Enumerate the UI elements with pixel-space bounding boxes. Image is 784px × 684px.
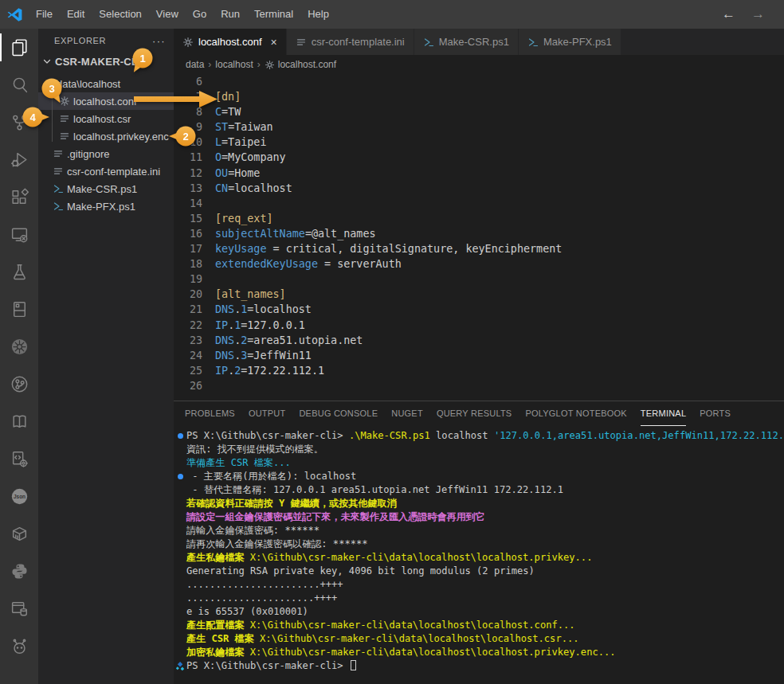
terminal-line: 資訊: 找不到提供模式的檔案。 xyxy=(174,443,784,456)
code-line: 15[req_ext] xyxy=(174,211,784,226)
menu-terminal[interactable]: Terminal xyxy=(247,0,300,29)
terminal-gutter xyxy=(174,497,186,510)
activity-item-extensions[interactable] xyxy=(0,178,38,216)
line-number: 18 xyxy=(174,256,202,272)
activity-item-docker[interactable] xyxy=(0,515,38,553)
line-number: 11 xyxy=(174,150,202,165)
activity-item-explorer[interactable] xyxy=(0,29,38,66)
tab-label: localhost.conf xyxy=(198,36,262,48)
activity-item-database[interactable] xyxy=(0,590,38,627)
menu-view[interactable]: View xyxy=(149,0,186,29)
line-text: ST=Taiwan xyxy=(202,119,273,135)
tree-item-localhost-csr[interactable]: localhost.csr xyxy=(38,110,174,127)
menu-file[interactable]: File xyxy=(29,0,60,29)
line-number: 8 xyxy=(174,104,202,119)
tree-root-folder[interactable]: CSR-MAKER-CLI xyxy=(38,53,174,70)
search-icon xyxy=(10,75,29,95)
terminal-line-text: .......................++++ xyxy=(186,578,343,592)
activity-item-docs[interactable] xyxy=(0,403,38,440)
activity-item-remote-explorer[interactable] xyxy=(0,216,38,253)
terminal-line: Generating RSA private key, 4096 bit lon… xyxy=(174,565,784,578)
tree-item-label: .gitignore xyxy=(65,148,109,160)
explorer-sidebar: EXPLORER ··· CSR-MAKER-CLIdata\localhost… xyxy=(38,29,174,684)
tree-item-localhost-privkey-enc[interactable]: localhost.privkey.enc xyxy=(38,127,174,145)
gear-file-icon xyxy=(59,96,70,107)
editor-code-area[interactable]: 67[dn]8C=TW9ST=Taiwan10L=Taipei11O=MyCom… xyxy=(174,74,784,401)
tree-item-label: localhost.csr xyxy=(72,113,131,125)
activity-item-thunder-client[interactable] xyxy=(0,627,38,665)
tab-make-csr-ps1[interactable]: Make-CSR.ps1 xyxy=(414,29,519,55)
terminal-line-text: - 主要名稱(用於檔名): localhost xyxy=(186,470,356,483)
activity-bar: Json xyxy=(0,29,38,684)
tree-item--gitignore[interactable]: .gitignore xyxy=(38,145,174,162)
breadcrumb-file[interactable]: localhost.conf xyxy=(265,59,336,70)
breadcrumb-segment-localhost[interactable]: localhost xyxy=(215,59,253,70)
line-number: 7 xyxy=(174,89,202,104)
line-number: 10 xyxy=(174,135,202,150)
tree-item-localhost-conf[interactable]: localhost.conf xyxy=(38,92,174,110)
terminal-gutter xyxy=(174,443,186,456)
nav-forward-icon[interactable]: → xyxy=(751,6,765,22)
explorer-more-actions-icon[interactable]: ··· xyxy=(152,35,166,47)
menu-run[interactable]: Run xyxy=(214,0,247,29)
line-number: 13 xyxy=(174,181,202,196)
panel-tab-output[interactable]: OUTPUT xyxy=(249,401,286,426)
tree-item-label: localhost.privkey.enc xyxy=(72,131,169,143)
menu-go[interactable]: Go xyxy=(186,0,214,29)
panel-tab-polyglot-notebook[interactable]: POLYGLOT NOTEBOOK xyxy=(525,401,626,426)
activity-item-gitlens[interactable] xyxy=(0,365,38,403)
tree-item-make-csr-ps1[interactable]: Make-CSR.ps1 xyxy=(38,180,174,197)
file-tree: CSR-MAKER-CLIdata\localhostlocalhost.con… xyxy=(38,53,174,215)
activity-item-search[interactable] xyxy=(0,66,38,104)
activity-item-source-control[interactable] xyxy=(0,104,38,141)
tab-make-pfx-ps1[interactable]: Make-PFX.ps1 xyxy=(519,29,621,55)
terminal-output[interactable]: PS X:\Github\csr-maker-cli> .\Make-CSR.p… xyxy=(174,426,784,684)
line-text xyxy=(202,196,215,211)
tree-item-csr-conf-template-ini[interactable]: csr-conf-template.ini xyxy=(38,162,174,180)
shell-integration-icon xyxy=(176,662,185,671)
file-icon xyxy=(53,166,64,177)
terminal-line: - 替代主體名稱: 127.0.0.1 area51.utopia.net Je… xyxy=(174,483,784,497)
tree-item-make-pfx-ps1[interactable]: Make-PFX.ps1 xyxy=(38,197,174,215)
menu-selection[interactable]: Selection xyxy=(92,0,148,29)
nav-back-icon[interactable]: ← xyxy=(722,6,735,22)
activity-item-run-debug[interactable] xyxy=(0,141,38,178)
line-text: OU=Home xyxy=(202,166,260,181)
tab-label: Make-PFX.ps1 xyxy=(543,36,612,48)
activity-item-kubernetes[interactable] xyxy=(0,328,38,365)
tree-item-data-localhost[interactable]: data\localhost xyxy=(38,75,174,92)
terminal-line: 產生 CSR 檔案 X:\Github\csr-maker-cli\data\l… xyxy=(174,632,784,646)
panel-tab-debug-console[interactable]: DEBUG CONSOLE xyxy=(299,401,378,426)
tab-csr-conf-template-ini[interactable]: csr-conf-template.ini xyxy=(287,29,414,55)
tree-item-label: Make-CSR.ps1 xyxy=(65,183,137,195)
tree-item-label: data\localhost xyxy=(55,78,120,90)
run-debug-icon xyxy=(10,150,29,170)
terminal-line-text: 若確認資料正確請按 Y 鍵繼續，或按其他鍵取消 xyxy=(186,497,397,510)
gitlens-icon xyxy=(10,374,29,394)
tab-label: csr-conf-template.ini xyxy=(312,36,405,48)
panel-tab-terminal[interactable]: TERMINAL xyxy=(641,401,686,426)
panel-tab-problems[interactable]: PROBLEMS xyxy=(185,401,235,426)
panel-tab-nuget[interactable]: NUGET xyxy=(391,401,423,426)
activity-item-notebook[interactable] xyxy=(0,291,38,328)
menu-edit[interactable]: Edit xyxy=(60,0,92,29)
code-line: 11O=MyCompany xyxy=(174,150,784,165)
code-line: 25IP.2=172.22.112.1 xyxy=(174,363,784,378)
activity-item-testing[interactable] xyxy=(0,253,38,291)
menu-help[interactable]: Help xyxy=(300,0,336,29)
breadcrumb-segment-data[interactable]: data xyxy=(186,59,204,70)
tab-localhost-conf[interactable]: localhost.conf× xyxy=(174,29,287,55)
tree-item-label: Make-PFX.ps1 xyxy=(65,201,135,213)
panel-tab-ports[interactable]: PORTS xyxy=(700,401,731,426)
code-line: 9ST=Taiwan xyxy=(174,119,784,135)
close-icon[interactable]: × xyxy=(271,36,277,49)
activity-item-json[interactable]: Json xyxy=(0,478,38,515)
activity-item-rest-client[interactable] xyxy=(0,440,38,478)
panel-tab-query-results[interactable]: QUERY RESULTS xyxy=(437,401,512,426)
chevron-down-icon xyxy=(41,56,53,67)
line-number: 9 xyxy=(174,119,202,135)
terminal-line-text: 產生 CSR 檔案 X:\Github\csr-maker-cli\data\l… xyxy=(186,632,579,646)
editor-tab-bar: localhost.conf×csr-conf-template.iniMake… xyxy=(174,29,784,55)
activity-item-python[interactable] xyxy=(0,553,38,590)
terminal-line: PS X:\Github\csr-maker-cli> .\Make-CSR.p… xyxy=(174,429,784,443)
